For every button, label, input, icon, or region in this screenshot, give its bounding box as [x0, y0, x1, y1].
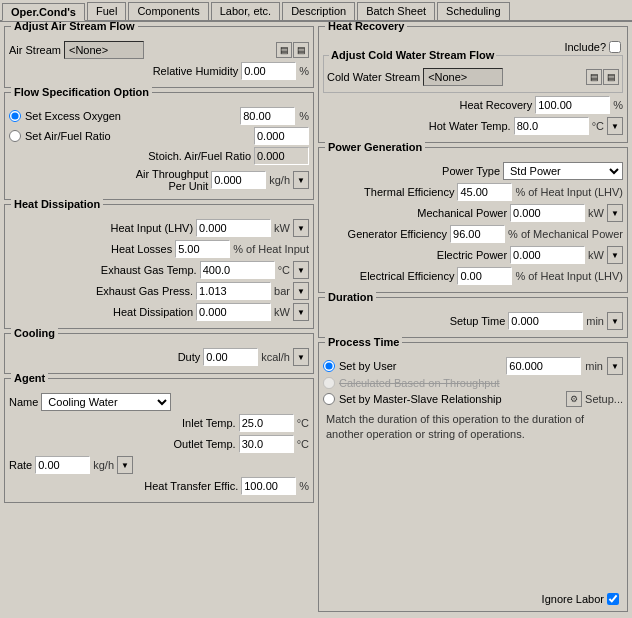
process-description: Match the duration of this operation to … — [323, 409, 623, 446]
setup-time-input[interactable] — [508, 312, 583, 330]
elec-power-dropdown[interactable]: ▼ — [607, 246, 623, 264]
agent-name-label: Name — [9, 396, 38, 408]
duty-dropdown[interactable]: ▼ — [293, 348, 309, 366]
heat-diss-dropdown[interactable]: ▼ — [293, 303, 309, 321]
flow-option1-input[interactable] — [240, 107, 295, 125]
heat-recovery-value-label: Heat Recovery — [459, 99, 532, 111]
air-stream-group: Adjust Air Stream Flow Air Stream <None>… — [4, 26, 314, 88]
power-type-select[interactable]: Std Power — [503, 162, 623, 180]
power-generation-group: Power Generation Power Type Std Power Th… — [318, 147, 628, 293]
mech-power-row: Mechanical Power kW ▼ — [323, 204, 623, 222]
main-content: Adjust Air Stream Flow Air Stream <None>… — [0, 22, 632, 616]
heat-recovery-value-row: Heat Recovery % — [323, 96, 623, 114]
heat-diss-input[interactable] — [196, 303, 271, 321]
inlet-temp-row: Inlet Temp. °C — [9, 414, 309, 432]
process-option2-label: Calculated Based on Throughput — [339, 377, 500, 389]
process-option2-radio[interactable] — [323, 377, 335, 389]
flow-option1-unit: % — [299, 110, 309, 122]
inlet-temp-input[interactable] — [239, 414, 294, 432]
heat-dissipation-group: Heat Dissipation Heat Input (LHV) kW ▼ H… — [4, 204, 314, 329]
tab-scheduling[interactable]: Scheduling — [437, 2, 509, 20]
heat-transfer-label: Heat Transfer Effic. — [144, 480, 238, 492]
agent-title: Agent — [11, 372, 48, 384]
rate-row: Rate kg/h ▼ — [9, 456, 309, 474]
cold-water-icon2[interactable]: ▤ — [603, 69, 619, 85]
process-option1-dropdown[interactable]: ▼ — [607, 357, 623, 375]
process-option3-label: Set by Master-Slave Relationship — [339, 393, 502, 405]
process-option1-input[interactable] — [506, 357, 581, 375]
cooling-title: Cooling — [11, 327, 58, 339]
flow-option1-row: Set Excess Oxygen % — [9, 107, 309, 125]
process-option3-radio[interactable] — [323, 393, 335, 405]
exhaust-temp-input[interactable] — [200, 261, 275, 279]
outlet-temp-input[interactable] — [239, 435, 294, 453]
exhaust-press-dropdown[interactable]: ▼ — [293, 282, 309, 300]
agent-group: Agent Name Cooling Water Inlet Temp. °C … — [4, 378, 314, 503]
power-type-row: Power Type Std Power — [323, 162, 623, 180]
heat-transfer-input[interactable] — [241, 477, 296, 495]
mech-power-input[interactable] — [510, 204, 585, 222]
thermal-eff-label: Thermal Efficiency — [364, 186, 454, 198]
tab-fuel[interactable]: Fuel — [87, 2, 126, 20]
process-option1-radio[interactable] — [323, 360, 335, 372]
throughput-label: Air ThroughputPer Unit — [136, 168, 209, 192]
include-label: Include? — [564, 41, 606, 53]
process-desc-line2: another operation or string of operation… — [326, 428, 525, 440]
tab-labor[interactable]: Labor, etc. — [211, 2, 280, 20]
setup-time-dropdown[interactable]: ▼ — [607, 312, 623, 330]
rate-dropdown[interactable]: ▼ — [117, 456, 133, 474]
setup-time-row: Setup Time min ▼ — [323, 312, 623, 330]
heat-losses-input[interactable] — [175, 240, 230, 258]
rate-input[interactable] — [35, 456, 90, 474]
duty-input[interactable] — [203, 348, 258, 366]
air-stream-icon2[interactable]: ▤ — [293, 42, 309, 58]
heat-recovery-title: Heat Recovery — [325, 22, 407, 32]
include-checkbox[interactable] — [609, 41, 621, 53]
thermal-eff-input[interactable] — [457, 183, 512, 201]
ignore-labor-checkbox[interactable] — [607, 593, 619, 605]
stoich-input[interactable] — [254, 147, 309, 165]
elec-eff-row: Electrical Efficiency % of Heat Input (L… — [323, 267, 623, 285]
elec-eff-unit: % of Heat Input (LHV) — [515, 270, 623, 282]
heat-recovery-input[interactable] — [535, 96, 610, 114]
rel-humidity-row: Relative Humidity % — [9, 62, 309, 80]
heat-input-input[interactable] — [196, 219, 271, 237]
heat-input-dropdown[interactable]: ▼ — [293, 219, 309, 237]
tab-operconds[interactable]: Oper.Cond's — [2, 3, 85, 21]
tab-description[interactable]: Description — [282, 2, 355, 20]
gen-eff-input[interactable] — [450, 225, 505, 243]
cold-water-icon1[interactable]: ▤ — [586, 69, 602, 85]
heat-transfer-unit: % — [299, 480, 309, 492]
right-panel: Heat Recovery Include? Adjust Cold Water… — [318, 26, 628, 612]
hot-water-temp-row: Hot Water Temp. °C ▼ — [323, 117, 623, 135]
mech-power-unit: kW — [588, 207, 604, 219]
mech-power-dropdown[interactable]: ▼ — [607, 204, 623, 222]
throughput-dropdown[interactable]: ▼ — [293, 171, 309, 189]
gen-eff-unit: % of Mechanical Power — [508, 228, 623, 240]
rel-humidity-input[interactable] — [241, 62, 296, 80]
tab-components[interactable]: Components — [128, 2, 208, 20]
setup-button[interactable]: ⚙ Setup... — [566, 391, 623, 407]
setup-icon: ⚙ — [566, 391, 582, 407]
cold-water-subgroup: Adjust Cold Water Stream Flow Cold Water… — [323, 55, 623, 93]
tab-batchsheet[interactable]: Batch Sheet — [357, 2, 435, 20]
air-stream-label: Air Stream — [9, 44, 61, 56]
heat-recovery-unit: % — [613, 99, 623, 111]
elec-power-input[interactable] — [510, 246, 585, 264]
duty-label: Duty — [178, 351, 201, 363]
inlet-temp-label: Inlet Temp. — [182, 417, 236, 429]
agent-name-select[interactable]: Cooling Water — [41, 393, 171, 411]
hot-water-temp-input[interactable] — [514, 117, 589, 135]
flow-option1-radio[interactable] — [9, 110, 21, 122]
flow-option2-radio[interactable] — [9, 130, 21, 142]
cold-water-subtitle: Adjust Cold Water Stream Flow — [329, 49, 496, 61]
exhaust-press-input[interactable] — [196, 282, 271, 300]
throughput-input[interactable] — [211, 171, 266, 189]
gen-eff-row: Generator Efficiency % of Mechanical Pow… — [323, 225, 623, 243]
hot-water-temp-dropdown[interactable]: ▼ — [607, 117, 623, 135]
elec-eff-input[interactable] — [457, 267, 512, 285]
flow-option2-input[interactable] — [254, 127, 309, 145]
flow-option2-label: Set Air/Fuel Ratio — [25, 130, 111, 142]
air-stream-icon1[interactable]: ▤ — [276, 42, 292, 58]
exhaust-temp-dropdown[interactable]: ▼ — [293, 261, 309, 279]
